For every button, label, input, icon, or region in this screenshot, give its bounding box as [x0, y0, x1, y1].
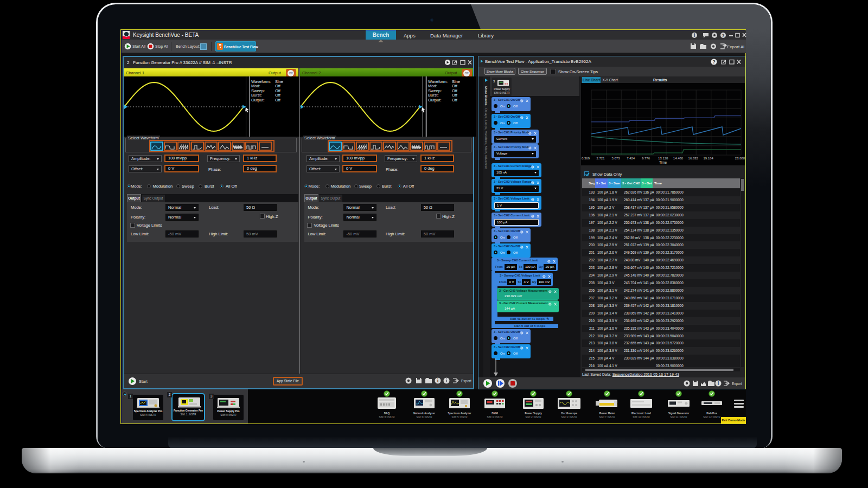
svg-text:19.184: 19.184 [703, 157, 713, 160]
svg-text:9.776: 9.776 [642, 157, 650, 160]
svg-text:16.832: 16.832 [688, 157, 699, 160]
svg-text:Export All: Export All [727, 44, 744, 49]
svg-text:14.480: 14.480 [673, 157, 684, 160]
svg-text:13.128: 13.128 [658, 157, 668, 160]
svg-text:i: i [718, 381, 719, 386]
svg-text:7.424: 7.424 [627, 157, 635, 160]
svg-text:?: ? [712, 59, 716, 65]
svg-text:i: i [694, 33, 695, 38]
svg-text:2.721: 2.721 [596, 157, 605, 160]
svg-text:5.073: 5.073 [611, 157, 620, 160]
svg-text:i: i [446, 378, 448, 383]
svg-text:0.369: 0.369 [582, 157, 590, 160]
svg-text:?: ? [722, 33, 725, 38]
svg-text:Time: Time [659, 160, 667, 164]
svg-text:i: i [437, 378, 439, 383]
svg-text:23.888: 23.888 [735, 157, 745, 160]
